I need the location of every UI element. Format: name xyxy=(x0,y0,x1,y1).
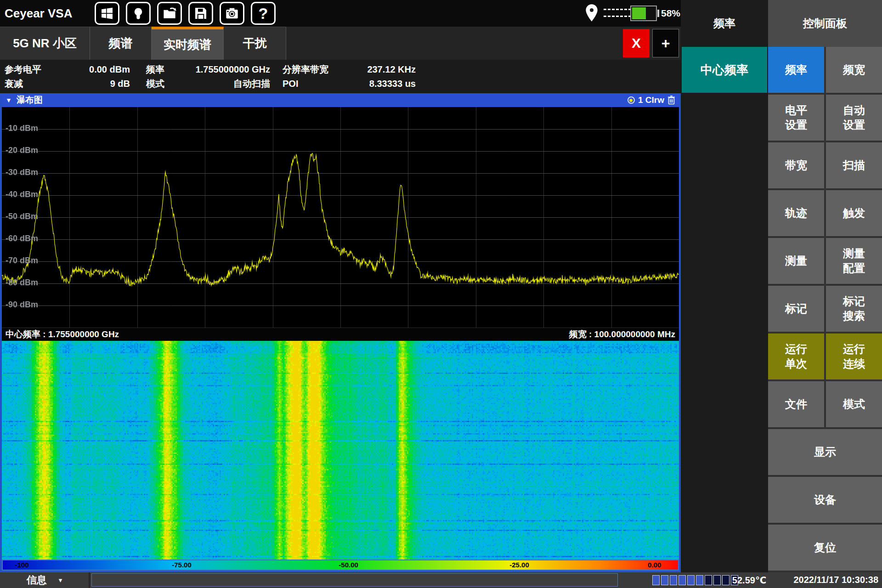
trace-color-icon[interactable] xyxy=(628,96,635,104)
progress-indicator xyxy=(652,575,738,585)
param-label: 衰减 xyxy=(0,78,69,90)
control-button-3[interactable]: 电平 设置 xyxy=(768,95,824,141)
y-axis-tick: -50 dBm xyxy=(6,212,38,221)
progress-segment xyxy=(705,575,712,585)
close-tab-button[interactable]: X xyxy=(623,29,650,57)
control-button-4[interactable]: 自动 设置 xyxy=(826,95,882,141)
parameter-summary: 参考电平0.00 dBm频率1.755000000 GHz分辨率带宽237.12… xyxy=(0,60,681,93)
control-button-16[interactable]: 模式 xyxy=(826,381,882,427)
app-title: Ceyear VSA xyxy=(5,6,92,21)
control-button-15[interactable]: 文件 xyxy=(768,381,824,427)
control-button-10[interactable]: 测量 配置 xyxy=(826,238,882,284)
param-value: 9 dB xyxy=(69,79,130,89)
colorbar-tick: -25.00 xyxy=(509,561,529,569)
param-label: 模式 xyxy=(146,78,187,90)
folder-recall-icon[interactable] xyxy=(157,2,182,25)
datetime-readout: 2022/11/17 10:30:38 xyxy=(793,575,878,585)
chevron-down-icon: ▾ xyxy=(59,576,62,584)
y-axis-tick: -70 dBm xyxy=(6,256,38,266)
softkey-menu-column: 频率 中心频率 xyxy=(681,0,768,572)
param-value: 237.12 KHz xyxy=(351,64,416,75)
battery-indicator: 58% xyxy=(630,6,680,21)
toolbar: ? xyxy=(95,2,276,25)
tab-2[interactable]: 频谱 xyxy=(90,27,152,60)
waterfall-plot[interactable] xyxy=(2,341,679,560)
control-button-17[interactable]: 显示 xyxy=(768,429,882,475)
windows-icon[interactable] xyxy=(95,2,119,25)
control-button-column: 控制面板 频率频宽电平 设置自动 设置带宽扫描轨迹触发测量测量 配置标记标记 搜… xyxy=(768,0,882,572)
control-button-grid: 频率频宽电平 设置自动 设置带宽扫描轨迹触发测量测量 配置标记标记 搜索运行 单… xyxy=(768,47,882,571)
spectrum-display[interactable]: -10 dBm-20 dBm-30 dBm-40 dBm-50 dBm-60 d… xyxy=(2,107,679,328)
amplitude-colorbar: -100-75.00-50.00-25.000.00 xyxy=(2,560,679,571)
tab-3[interactable]: 实时频谱 xyxy=(152,27,224,60)
y-axis-tick: -10 dBm xyxy=(6,124,38,133)
tab-4[interactable]: 干扰 xyxy=(224,27,286,60)
control-button-19[interactable]: 复位 xyxy=(768,525,882,571)
span-readout: 频宽 : 100.000000000 MHz xyxy=(569,328,675,340)
info-dropdown[interactable]: 信息 ▾ xyxy=(0,572,90,588)
softkey-center-frequency[interactable]: 中心频率 xyxy=(682,47,767,93)
control-button-7[interactable]: 轨迹 xyxy=(768,190,824,236)
camera-icon[interactable] xyxy=(220,2,244,25)
temperature-readout: 52.59℃ xyxy=(729,575,770,586)
softkey-menu-header: 频率 xyxy=(681,0,768,47)
control-panel: 频率 中心频率 控制面板 频率频宽电平 设置自动 设置带宽扫描轨迹触发测量测量 … xyxy=(681,0,882,572)
center-frequency-readout: 中心频率 : 1.755000000 GHz xyxy=(6,328,119,340)
trace-label[interactable]: 1 Clrw xyxy=(638,95,664,105)
window-title: 瀑布图 xyxy=(17,94,43,106)
control-button-12[interactable]: 标记 搜索 xyxy=(826,286,882,332)
collapse-triangle-icon[interactable]: ▼ xyxy=(6,96,12,104)
softkey-menu-items: 中心频率 xyxy=(681,47,768,93)
param-value: 1.755000000 GHz xyxy=(187,64,270,75)
param-row: 衰减9 dB模式自动扫描POI8.33333 us xyxy=(0,77,681,91)
progress-segment xyxy=(696,575,703,585)
control-button-8[interactable]: 触发 xyxy=(826,190,882,236)
progress-segment xyxy=(652,575,660,585)
battery-percent: 58% xyxy=(661,8,680,19)
param-row: 参考电平0.00 dBm频率1.755000000 GHz分辨率带宽237.12… xyxy=(0,62,681,77)
bulb-icon[interactable] xyxy=(126,2,151,25)
control-button-9[interactable]: 测量 xyxy=(768,238,824,284)
colorbar-tick: 0.00 xyxy=(648,561,661,569)
param-label: 频率 xyxy=(146,63,187,76)
help-icon[interactable]: ? xyxy=(251,2,276,25)
y-axis-tick: -80 dBm xyxy=(6,278,38,288)
param-label: POI xyxy=(283,79,351,89)
trace-controls: 1 Clrw xyxy=(628,95,675,105)
location-pin-icon xyxy=(584,4,599,22)
colorbar-tick: -75.00 xyxy=(172,561,192,569)
waterfall-window: ▼ 瀑布图 1 Clrw xyxy=(0,93,681,572)
y-axis-tick: -40 dBm xyxy=(6,190,38,199)
param-value: 0.00 dBm xyxy=(69,64,130,75)
progress-segment xyxy=(713,575,721,585)
control-button-1[interactable]: 频率 xyxy=(768,47,824,93)
window-title-bar[interactable]: ▼ 瀑布图 1 Clrw xyxy=(2,93,679,107)
param-label: 参考电平 xyxy=(0,63,69,76)
title-bar: Ceyear VSA ? 58% xyxy=(0,0,681,27)
y-axis-tick: -60 dBm xyxy=(6,234,38,243)
save-icon[interactable] xyxy=(188,2,213,25)
trash-icon[interactable] xyxy=(667,96,675,105)
y-axis-tick: -30 dBm xyxy=(6,168,38,177)
control-button-18[interactable]: 设备 xyxy=(768,477,882,523)
colorbar-tick: -100 xyxy=(15,561,28,569)
control-button-6[interactable]: 扫描 xyxy=(826,142,882,188)
control-panel-header: 控制面板 xyxy=(768,0,882,47)
control-button-2[interactable]: 频宽 xyxy=(826,47,882,93)
tab-1[interactable]: 5G NR 小区 xyxy=(0,27,90,60)
tab-bar: 5G NR 小区频谱实时频谱干扰 X + xyxy=(0,27,681,60)
control-button-14[interactable]: 运行 连续 xyxy=(826,334,882,379)
y-axis-tick: -20 dBm xyxy=(6,146,38,155)
control-button-5[interactable]: 带宽 xyxy=(768,142,824,188)
add-tab-button[interactable]: + xyxy=(652,29,679,57)
progress-segment xyxy=(670,575,677,585)
app-root: Ceyear VSA ? 58% 5G NR 小区频谱实时频谱干扰 X + 参考… xyxy=(0,0,882,588)
param-label: 分辨率带宽 xyxy=(283,63,351,76)
control-button-11[interactable]: 标记 xyxy=(768,286,824,332)
spectrum-plot[interactable] xyxy=(2,107,679,328)
param-value: 8.33333 us xyxy=(351,79,416,89)
control-button-13[interactable]: 运行 单次 xyxy=(768,334,824,379)
tabs: 5G NR 小区频谱实时频谱干扰 xyxy=(0,27,286,60)
frequency-status-line: 中心频率 : 1.755000000 GHz 频宽 : 100.00000000… xyxy=(2,328,679,341)
status-bar: 信息 ▾ 52.59℃ 2022/11/17 10:30:38 xyxy=(0,572,882,588)
